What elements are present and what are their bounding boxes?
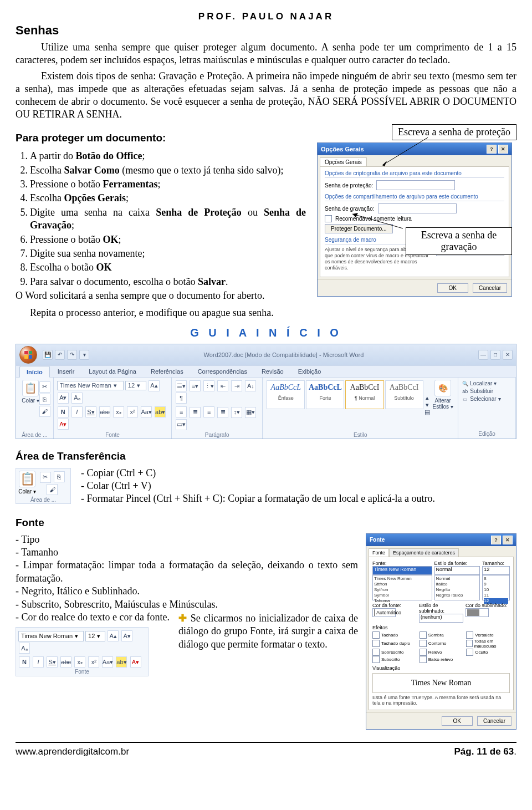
chk-sobrescrito[interactable] bbox=[372, 649, 380, 656]
italic-icon[interactable]: I bbox=[71, 406, 83, 417]
chk-baixo-relevo[interactable] bbox=[420, 656, 427, 663]
indent-icon[interactable]: ⇥ bbox=[231, 380, 242, 391]
tab-referencias[interactable]: Referências bbox=[144, 366, 190, 377]
tab-exibicao[interactable]: Exibição bbox=[291, 366, 328, 377]
ok-button[interactable]: OK bbox=[442, 716, 473, 726]
clear-format-icon[interactable]: Aₐ bbox=[19, 643, 30, 654]
cancel-button[interactable]: Cancelar bbox=[477, 716, 511, 726]
style-subtitulo[interactable]: AaBbCcISubtítulo bbox=[385, 380, 423, 409]
ok-button[interactable]: OK bbox=[437, 283, 468, 293]
qat-more-icon[interactable]: ▾ bbox=[79, 350, 89, 360]
font-size-input[interactable]: 12 bbox=[482, 566, 510, 575]
chk-oculto[interactable] bbox=[466, 649, 473, 656]
checkbox-readonly[interactable] bbox=[325, 215, 332, 222]
change-case-icon[interactable]: Aa▾ bbox=[102, 656, 113, 668]
selecionar-button[interactable]: ▭Selecionar ▾ bbox=[462, 395, 512, 403]
maximize-icon[interactable]: □ bbox=[490, 350, 500, 360]
copy-icon[interactable]: ⎘ bbox=[54, 471, 65, 482]
alterar-estilos-button[interactable]: 🎨Alterar Estilos ▾ bbox=[431, 380, 454, 410]
font-name-combo[interactable]: Times New Roman ▾ bbox=[18, 631, 84, 641]
chk-tachado-duplo[interactable] bbox=[372, 640, 380, 647]
style-forte[interactable]: AaBbCcLForte bbox=[306, 380, 344, 409]
bullets-icon[interactable]: ☰▾ bbox=[176, 380, 187, 391]
font-name-combo[interactable]: Times New Roman ▾ bbox=[57, 381, 124, 390]
font-name-input[interactable]: Times New Roman bbox=[372, 566, 432, 575]
tab-inserir[interactable]: Inserir bbox=[51, 366, 81, 377]
justify-icon[interactable]: ≣ bbox=[217, 407, 228, 418]
grow-font-icon[interactable]: A▴ bbox=[108, 630, 119, 641]
tab-fonte[interactable]: Fonte bbox=[369, 548, 389, 557]
highlight-icon[interactable]: ab▾ bbox=[155, 406, 166, 417]
chk-tachado[interactable] bbox=[372, 631, 380, 639]
font-style-input[interactable]: Normal bbox=[434, 566, 480, 575]
highlight-icon[interactable]: ab▾ bbox=[116, 656, 127, 668]
font-color-combo[interactable]: Automático bbox=[372, 608, 396, 617]
input-senha-protecao[interactable] bbox=[376, 180, 455, 190]
tab-correspondencias[interactable]: Correspondências bbox=[191, 366, 254, 377]
tab-inicio[interactable]: Início bbox=[19, 366, 50, 378]
cancel-button[interactable]: Cancelar bbox=[473, 283, 507, 293]
font-style-list[interactable]: NormalItálicoNegritoNegrito Itálico bbox=[434, 575, 480, 600]
strike-icon[interactable]: abc bbox=[99, 406, 110, 417]
chk-maiusculas[interactable] bbox=[466, 640, 472, 647]
underline-style-combo[interactable]: (nenhum) bbox=[419, 614, 463, 623]
redo-icon[interactable]: ↷ bbox=[67, 350, 77, 360]
style-normal[interactable]: AaBbCcI¶ Normal bbox=[345, 380, 383, 409]
cut-icon[interactable]: ✂ bbox=[39, 381, 50, 393]
colar-button[interactable]: 📋Colar ▾ bbox=[18, 471, 36, 496]
underline-icon[interactable]: S▾ bbox=[47, 656, 58, 668]
showmarks-icon[interactable]: ¶ bbox=[176, 393, 187, 404]
underline-color-combo[interactable] bbox=[466, 608, 489, 617]
shrink-font-icon[interactable]: A▾ bbox=[58, 393, 69, 404]
cut-icon[interactable]: ✂ bbox=[40, 472, 51, 483]
office-button[interactable] bbox=[19, 346, 37, 364]
subscript-icon[interactable]: x₂ bbox=[74, 656, 85, 668]
change-case-icon[interactable]: Aa▾ bbox=[141, 406, 152, 417]
shrink-font-icon[interactable]: A▾ bbox=[121, 630, 132, 641]
sort-icon[interactable]: A↓ bbox=[245, 380, 256, 391]
shading-icon[interactable]: ▦▾ bbox=[245, 407, 256, 418]
subscript-icon[interactable]: x₂ bbox=[113, 406, 124, 417]
linespace-icon[interactable]: ↕▾ bbox=[231, 407, 242, 418]
chk-contorno[interactable] bbox=[420, 640, 427, 647]
format-painter-icon[interactable]: 🖌 bbox=[47, 484, 58, 495]
font-size-list[interactable]: 89101112 bbox=[482, 575, 510, 600]
copy-icon[interactable]: ⎘ bbox=[39, 394, 50, 405]
tab-revisao[interactable]: Revisão bbox=[255, 366, 290, 377]
numbering-icon[interactable]: ≡▾ bbox=[190, 380, 201, 391]
align-left-icon[interactable]: ≡ bbox=[176, 406, 187, 417]
style-enfase[interactable]: AaBbCcLÊnfase bbox=[267, 380, 305, 409]
undo-icon[interactable]: ↶ bbox=[55, 350, 65, 360]
italic-icon[interactable]: I bbox=[33, 656, 44, 668]
font-size-combo[interactable]: 12 ▾ bbox=[85, 631, 105, 641]
localizar-button[interactable]: 🔍Localizar ▾ bbox=[462, 380, 512, 388]
chk-sombra[interactable] bbox=[420, 631, 427, 639]
strike-icon[interactable]: abc bbox=[60, 656, 71, 668]
dialog-tab[interactable]: Opções Gerais bbox=[320, 157, 367, 166]
align-center-icon[interactable]: ≣ bbox=[190, 407, 201, 418]
substituir-button[interactable]: abSubstituir bbox=[462, 388, 512, 395]
multilevel-icon[interactable]: ⋮▾ bbox=[203, 380, 214, 391]
outdent-icon[interactable]: ⇤ bbox=[217, 380, 228, 391]
font-list[interactable]: Times New RomanSttfronSytfronSymbolTahom… bbox=[372, 575, 432, 600]
help-icon[interactable]: ? bbox=[491, 536, 501, 544]
clear-format-icon[interactable]: Aₐ bbox=[71, 393, 83, 404]
format-painter-icon[interactable]: 🖌 bbox=[39, 406, 50, 417]
chk-relevo[interactable] bbox=[420, 649, 427, 656]
chk-subscrito[interactable] bbox=[372, 656, 380, 663]
borders-icon[interactable]: ▭▾ bbox=[176, 419, 187, 430]
chk-versalete[interactable] bbox=[466, 631, 473, 639]
underline-icon[interactable]: S▾ bbox=[85, 406, 96, 417]
font-size-combo[interactable]: 12 ▾ bbox=[125, 381, 146, 390]
bold-icon[interactable]: N bbox=[58, 406, 69, 417]
bold-icon[interactable]: N bbox=[19, 656, 30, 668]
font-color-icon[interactable]: A▾ bbox=[58, 419, 69, 430]
superscript-icon[interactable]: x² bbox=[88, 656, 99, 668]
tab-layout[interactable]: Layout da Página bbox=[82, 366, 143, 377]
close-icon[interactable]: ✕ bbox=[503, 536, 513, 544]
tab-espacamento[interactable]: Espaçamento de caracteres bbox=[389, 548, 459, 557]
grow-font-icon[interactable]: A▴ bbox=[149, 380, 160, 391]
font-color-icon[interactable]: A▾ bbox=[130, 656, 141, 668]
align-right-icon[interactable]: ≡ bbox=[203, 406, 214, 417]
close-icon[interactable]: ✕ bbox=[503, 350, 513, 360]
